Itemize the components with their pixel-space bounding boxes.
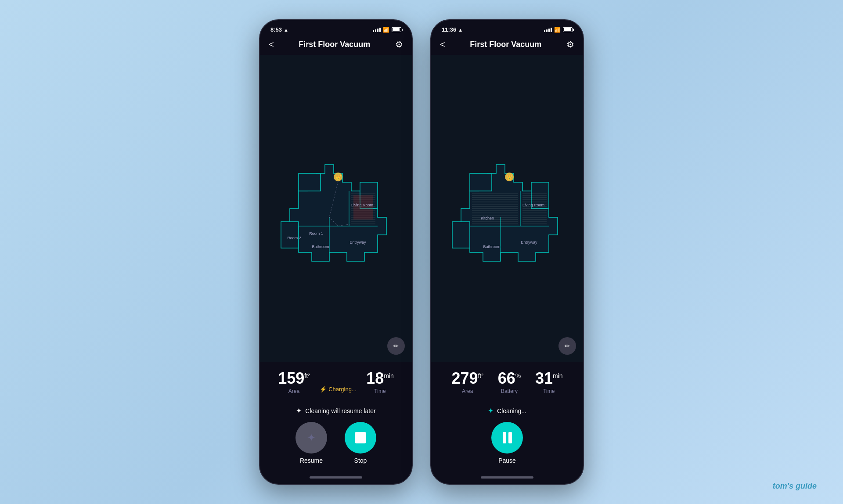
pause-bar-right [508,432,512,443]
svg-text:Bathroom: Bathroom [483,245,500,249]
svg-text:Kitchen: Kitchen [481,216,494,220]
home-bar-left [310,476,362,479]
area-value-right: 279 [451,369,478,387]
back-button-left[interactable]: < [269,40,274,50]
stats-left: 159ft² Area ⚡ Charging... 18min Time [260,362,412,402]
page-title-left: First Floor Vacuum [299,40,370,49]
svg-rect-34 [452,222,470,248]
battery-unit-right: % [515,372,521,379]
pause-bar-left [503,432,506,443]
edit-button-right[interactable]: ✏ [558,337,576,355]
cleaning-status-left: ✦ Cleaning will resume later [260,407,412,415]
pause-icon [503,432,512,443]
home-indicator-right [431,473,583,484]
resume-btn-circle[interactable]: ✦ [295,422,327,454]
charging-text-left: Charging... [328,386,357,392]
time-label-right: Time [535,388,563,394]
resume-icon: ✦ [307,432,316,444]
battery-icon-left [392,27,401,32]
stop-label: Stop [354,457,367,464]
area-stat-right: 279ft² Area [451,371,483,394]
pause-label: Pause [498,457,516,464]
time-value-right: 31 [535,369,553,387]
battery-stat-left: ⚡ Charging... [320,386,357,394]
cleaning-status-text-left: Cleaning will resume later [305,407,375,414]
svg-text:Entryway: Entryway [521,240,537,245]
toms-guide-watermark: tom's guide [773,482,817,491]
area-stat-left: 159ft² Area [278,371,310,394]
area-unit-left: ft² [304,372,310,379]
stop-icon [355,432,366,443]
map-right: Kitchen Living Room Bathroom Entryway 👑 … [431,55,583,362]
brand-text: tom's guide [773,482,817,490]
controls-left: ✦ Resume Stop [260,422,412,473]
stats-right: 279ft² Area 66% Battery 31min Time [431,362,583,402]
svg-text:Living Room: Living Room [351,203,373,207]
phone-right: 11:36 ▲ 📶 < First Floor Vacuum ⚙ [430,19,584,485]
cleaning-status-text-right: Cleaning... [497,407,526,414]
controls-right: Pause [431,422,583,473]
cleaning-status-icon-left: ✦ [296,407,302,415]
nav-bar-right: < First Floor Vacuum ⚙ [431,36,583,55]
charging-icon-left: ⚡ [320,386,327,392]
floor-plan-right: Kitchen Living Room Bathroom Entryway 👑 [443,147,571,270]
time-stat-right: 31min Time [535,371,563,394]
resume-button[interactable]: ✦ Resume [295,422,327,464]
time-right: 11:36 [442,26,456,33]
svg-text:👑: 👑 [335,174,341,180]
nav-bar-left: < First Floor Vacuum ⚙ [260,36,412,55]
stats-row-left: 159ft² Area ⚡ Charging... 18min Time [273,371,399,394]
home-indicator-left [260,473,412,484]
wifi-icon-right: 📶 [554,27,561,33]
battery-stat-right: 66% Battery [498,371,521,394]
floor-plan-left: Room 2 Room 1 Living Room Bathroom Entry… [272,147,400,270]
status-bar-left: 8:53 ▲ 📶 [260,20,412,36]
back-button-right[interactable]: < [440,40,445,50]
svg-text:Bathroom: Bathroom [312,245,329,249]
battery-label-right: Battery [498,388,521,394]
home-bar-right [481,476,533,479]
stats-row-right: 279ft² Area 66% Battery 31min Time [444,371,570,394]
battery-value-right: 66 [498,369,515,387]
resume-label: Resume [300,457,323,464]
location-icon-left: ▲ [284,27,288,32]
area-value-left: 159 [278,369,304,387]
svg-text:Living Room: Living Room [522,203,544,207]
time-unit-right: min [553,372,563,379]
status-bar-right: 11:36 ▲ 📶 [431,20,583,36]
time-unit-left: min [384,372,394,379]
phones-container: 8:53 ▲ 📶 < First Floor Vacuum ⚙ [259,19,584,485]
status-icons-left: 📶 [373,27,401,33]
area-label-left: Area [278,388,310,394]
settings-button-right[interactable]: ⚙ [566,39,574,50]
svg-text:Room 1: Room 1 [309,231,323,236]
svg-rect-4 [281,222,299,248]
phone-left: 8:53 ▲ 📶 < First Floor Vacuum ⚙ [259,19,413,485]
area-label-right: Area [451,388,483,394]
location-icon-right: ▲ [458,27,463,32]
map-left: Room 2 Room 1 Living Room Bathroom Entry… [260,55,412,362]
edit-button-left[interactable]: ✏ [387,337,405,355]
cleaning-status-right: ✦ Cleaning... [431,407,583,415]
time-left: 8:53 [270,26,282,33]
area-unit-right: ft² [478,372,483,379]
time-stat-left: 18min Time [366,371,394,394]
settings-button-left[interactable]: ⚙ [395,39,403,50]
cleaning-status-icon-right: ✦ [488,407,494,415]
wifi-icon-left: 📶 [383,27,389,33]
time-label-left: Time [366,388,394,394]
signal-icon-right [544,28,552,32]
stop-btn-circle[interactable] [345,422,376,454]
battery-icon-right [563,27,573,32]
signal-icon-left [373,28,381,32]
pause-button[interactable]: Pause [491,422,523,464]
svg-text:Room 2: Room 2 [287,236,301,240]
svg-rect-35 [470,173,492,191]
stop-button[interactable]: Stop [345,422,376,464]
svg-text:Entryway: Entryway [349,240,366,245]
status-icons-right: 📶 [544,27,573,33]
pause-btn-circle[interactable] [491,422,523,454]
svg-text:👑: 👑 [507,174,512,180]
time-value-left: 18 [366,369,384,387]
svg-rect-22 [353,195,373,220]
